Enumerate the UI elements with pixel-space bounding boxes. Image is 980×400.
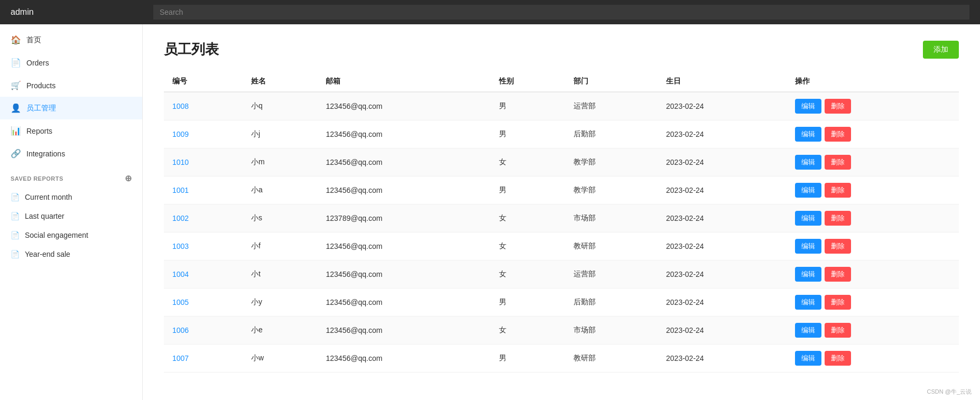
saved-report-item[interactable]: 📄Current month	[0, 188, 142, 207]
table-cell: 2023-02-24	[658, 261, 787, 289]
table-cell: 1001	[164, 176, 243, 204]
table-row: 1007小w123456@qq.com男教研部2023-02-24编辑删除	[164, 345, 959, 373]
table-cell: 小m	[243, 148, 318, 176]
table-cell: 2023-02-24	[658, 317, 787, 345]
edit-button[interactable]: 编辑	[795, 99, 821, 114]
edit-button[interactable]: 编辑	[795, 239, 821, 254]
search-input[interactable]	[153, 5, 969, 20]
table-col-header: 部门	[565, 71, 658, 92]
table-cell: 123456@qq.com	[317, 289, 490, 317]
table-cell: 女	[491, 148, 566, 176]
reports-icon: 📊	[11, 126, 21, 136]
delete-button[interactable]: 删除	[825, 295, 851, 310]
sidebar-item-label: Reports	[26, 127, 52, 135]
saved-report-label: Current month	[25, 193, 72, 201]
table-cell: 男	[491, 289, 566, 317]
table-cell: 运营部	[565, 261, 658, 289]
table-row: 1009小j123456@qq.com男后勤部2023-02-24编辑删除	[164, 120, 959, 148]
table-cell: 市场部	[565, 204, 658, 232]
table-cell: 小w	[243, 345, 318, 373]
table-action-cell: 编辑删除	[787, 232, 959, 261]
edit-button[interactable]: 编辑	[795, 351, 821, 366]
table-row: 1001小a123456@qq.com男教学部2023-02-24编辑删除	[164, 176, 959, 204]
table-row: 1003小f123456@qq.com女教研部2023-02-24编辑删除	[164, 232, 959, 261]
table-cell: 小t	[243, 261, 318, 289]
page-title: 员工列表	[164, 40, 219, 59]
table-row: 1002小s123789@qq.com女市场部2023-02-24编辑删除	[164, 204, 959, 232]
table-cell: 2023-02-24	[658, 92, 787, 120]
delete-button[interactable]: 删除	[825, 267, 851, 282]
table-col-header: 姓名	[243, 71, 318, 92]
sidebar-item-employee[interactable]: 👤员工管理	[0, 97, 142, 119]
table-row: 1010小m123456@qq.com女教学部2023-02-24编辑删除	[164, 148, 959, 176]
saved-report-label: Year-end sale	[25, 250, 70, 258]
sidebar-item-home[interactable]: 🏠首页	[0, 29, 142, 51]
delete-button[interactable]: 删除	[825, 183, 851, 198]
table-cell: 教学部	[565, 148, 658, 176]
saved-report-item[interactable]: 📄Social engagement	[0, 226, 142, 245]
edit-button[interactable]: 编辑	[795, 323, 821, 338]
table-action-cell: 编辑删除	[787, 204, 959, 232]
integrations-icon: 🔗	[11, 148, 21, 159]
table-cell: 市场部	[565, 317, 658, 345]
saved-report-label: Last quarter	[25, 212, 64, 220]
table-cell: 1006	[164, 317, 243, 345]
table-cell: 2023-02-24	[658, 120, 787, 148]
edit-button[interactable]: 编辑	[795, 127, 821, 142]
table-action-cell: 编辑删除	[787, 317, 959, 345]
doc-icon: 📄	[11, 212, 20, 220]
employee-icon: 👤	[11, 103, 21, 113]
delete-button[interactable]: 删除	[825, 351, 851, 366]
table-cell: 小q	[243, 92, 318, 120]
edit-button[interactable]: 编辑	[795, 267, 821, 282]
table-cell: 运营部	[565, 92, 658, 120]
table-cell: 小j	[243, 120, 318, 148]
table-cell: 123456@qq.com	[317, 232, 490, 261]
content-area: 员工列表 添加 编号姓名邮箱性别部门生日操作 1008小q123456@qq.c…	[143, 24, 980, 400]
table-cell: 小f	[243, 232, 318, 261]
delete-button[interactable]: 删除	[825, 211, 851, 226]
sidebar-item-orders[interactable]: 📄Orders	[0, 51, 142, 74]
table-action-cell: 编辑删除	[787, 92, 959, 120]
table-cell: 1007	[164, 345, 243, 373]
table-row: 1005小y123456@qq.com男后勤部2023-02-24编辑删除	[164, 289, 959, 317]
edit-button[interactable]: 编辑	[795, 155, 821, 170]
page-header: 员工列表 添加	[164, 40, 959, 59]
delete-button[interactable]: 删除	[825, 99, 851, 114]
orders-icon: 📄	[11, 58, 21, 68]
sidebar-item-integrations[interactable]: 🔗Integrations	[0, 142, 142, 165]
table-cell: 1005	[164, 289, 243, 317]
doc-icon: 📄	[11, 193, 20, 201]
table-cell: 123789@qq.com	[317, 204, 490, 232]
saved-report-item[interactable]: 📄Last quarter	[0, 207, 142, 226]
table-cell: 123456@qq.com	[317, 317, 490, 345]
footer-credit: CSDN @牛_云说	[927, 388, 972, 396]
table-cell: 教研部	[565, 232, 658, 261]
sidebar-item-label: Orders	[26, 59, 49, 67]
table-cell: 123456@qq.com	[317, 92, 490, 120]
add-saved-report-icon[interactable]: ⊕	[125, 173, 132, 183]
edit-button[interactable]: 编辑	[795, 211, 821, 226]
table-cell: 123456@qq.com	[317, 176, 490, 204]
table-cell: 女	[491, 204, 566, 232]
table-action-cell: 编辑删除	[787, 261, 959, 289]
edit-button[interactable]: 编辑	[795, 295, 821, 310]
sidebar-item-products[interactable]: 🛒Products	[0, 74, 142, 97]
table-cell: 1009	[164, 120, 243, 148]
saved-reports-title: SAVED REPORTS	[11, 175, 63, 182]
delete-button[interactable]: 删除	[825, 127, 851, 142]
add-employee-button[interactable]: 添加	[923, 41, 959, 59]
saved-report-label: Social engagement	[25, 231, 88, 239]
sidebar-item-label: Integrations	[26, 150, 65, 158]
delete-button[interactable]: 删除	[825, 155, 851, 170]
delete-button[interactable]: 删除	[825, 323, 851, 338]
sidebar-item-reports[interactable]: 📊Reports	[0, 119, 142, 142]
delete-button[interactable]: 删除	[825, 239, 851, 254]
table-cell: 1008	[164, 92, 243, 120]
table-cell: 1002	[164, 204, 243, 232]
table-cell: 1010	[164, 148, 243, 176]
sidebar-item-label: 首页	[26, 35, 41, 45]
saved-report-item[interactable]: 📄Year-end sale	[0, 245, 142, 264]
edit-button[interactable]: 编辑	[795, 183, 821, 198]
table-cell: 男	[491, 120, 566, 148]
